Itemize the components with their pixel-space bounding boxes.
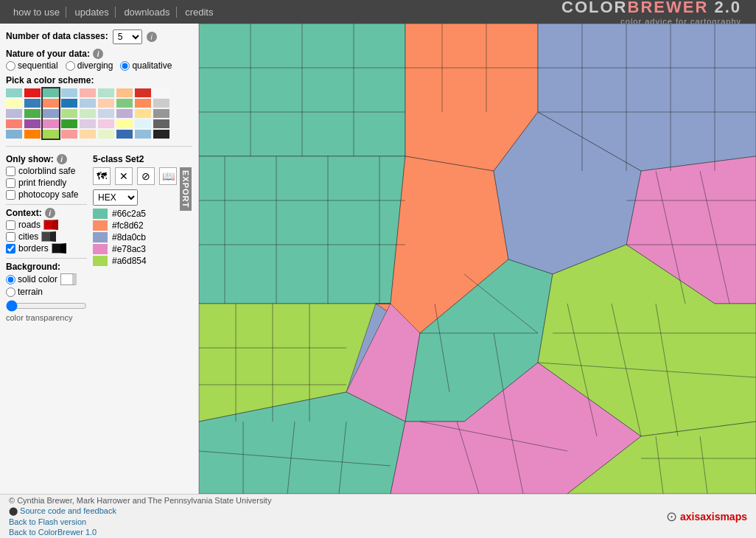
swatch-column-1[interactable] [24,88,41,139]
bg-color-swatch[interactable] [60,273,77,285]
roads-color[interactable] [43,220,58,230]
nav-how-to-use[interactable]: how to use [7,7,66,18]
bottom-left: Only show: i colorblind safe print frien… [6,154,192,322]
only-show-panel: Only show: i colorblind safe print frien… [6,154,87,322]
swatch-cell [24,130,41,139]
sequential-radio[interactable] [6,61,15,71]
nav-updates[interactable]: updates [69,7,116,18]
swatch-cell [116,119,133,128]
color-swatch [93,209,108,219]
swatch-cell [135,88,151,97]
qualitative-radio[interactable] [120,61,130,71]
print-friendly-label: print friendly [18,178,66,188]
transparency-label: color transparency [6,313,87,322]
data-nature-options: sequential diverging qualitative [6,60,192,71]
photocopy-safe-check[interactable] [6,190,15,200]
borders-check[interactable] [6,244,15,254]
color-swatch [93,256,108,266]
qualitative-option[interactable]: qualitative [120,60,172,71]
icon-buttons: 🗺 ✕ ⊘ 📖 [93,167,177,185]
copyright-text: © Cynthia Brewer, Mark Harrower and The … [9,496,271,505]
colorblind-safe-option[interactable]: colorblind safe [6,166,87,176]
swatch-column-2[interactable] [43,88,59,139]
num-classes-select[interactable]: 3 4 5 6 7 8 9 10 11 12 [113,29,142,44]
print-friendly-option[interactable]: print friendly [6,178,87,188]
axismaps-icon: ⊙ [666,509,677,525]
diverging-option[interactable]: diverging [66,60,113,71]
only-show-info[interactable]: i [57,154,67,164]
swatch-cell [153,109,169,118]
photocopy-safe-label: photocopy safe [18,189,78,200]
left-panel: Number of data classes: 3 4 5 6 7 8 9 10… [0,24,199,494]
color-scheme-label: Pick a color scheme: [6,75,192,85]
eye-icon-btn[interactable]: ✕ [115,167,133,185]
color-hex: #e78ac3 [112,244,146,254]
transparency-slider: color transparency [6,300,87,322]
swatch-cell [98,130,114,139]
terrain-radio[interactable] [6,287,15,297]
swatch-cell [135,119,151,128]
swatch-column-0[interactable] [6,88,22,139]
print-friendly-check[interactable] [6,178,15,188]
map-icon-btn[interactable]: 🗺 [93,167,111,185]
sequential-label: sequential [18,60,58,71]
swatch-column-8[interactable] [153,88,169,139]
swatch-cell [116,130,133,139]
swatch-cell [80,88,96,97]
sequential-option[interactable]: sequential [6,60,58,71]
swatch-cell [135,99,151,108]
print-icon-btn[interactable]: ⊘ [137,167,155,185]
cities-color[interactable] [41,231,56,242]
export-button[interactable]: EXPORT [180,167,192,211]
roads-label: roads [18,220,41,230]
solid-color-radio[interactable] [6,275,15,284]
solid-color-option[interactable]: solid color [6,274,57,284]
map-svg [199,24,756,494]
num-classes-info[interactable]: i [147,32,157,42]
colorbrewer1-link[interactable]: Back to ColorBrewer 1.0 [9,528,271,537]
color-entry: #e78ac3 [93,244,177,254]
footer-left: © Cynthia Brewer, Mark Harrower and The … [9,496,271,537]
icon-row: 🗺 ✕ ⊘ 📖 HEX RGB CMYK #66c2a5#fc8d62 [93,167,177,268]
github-icon: ⬤ [9,506,18,515]
borders-color[interactable] [52,243,66,254]
background-label: Background: [6,262,87,272]
swatch-column-3[interactable] [61,88,77,139]
photocopy-safe-option[interactable]: photocopy safe [6,189,87,200]
flash-link[interactable]: Back to Flash version [9,517,271,526]
num-classes-label: Number of data classes: [6,31,108,41]
context-info[interactable]: i [45,208,55,218]
footer-links: ⬤ Source code and feedback [9,506,271,516]
footer-right: ⊙ axisaxismaps [666,509,747,525]
swatch-cell [24,99,41,108]
diverging-radio[interactable] [66,61,75,71]
only-show-label: Only show: i [6,154,87,164]
swatch-cell [43,99,59,108]
swatch-column-6[interactable] [116,88,133,139]
book-icon-btn[interactable]: 📖 [159,167,177,185]
swatch-cell [135,109,151,118]
background-panel: Background: solid color terrain [6,262,87,322]
color-hex: #fc8d62 [112,220,144,231]
swatch-column-4[interactable] [80,88,96,139]
swatch-column-5[interactable] [98,88,114,139]
swatch-column-7[interactable] [135,88,151,139]
terrain-label: terrain [18,287,43,297]
nav-credits[interactable]: credits [179,7,219,18]
bg-options: solid color terrain [6,273,87,297]
swatch-cell [135,130,151,139]
main-layout: Number of data classes: 3 4 5 6 7 8 9 10… [0,24,756,494]
source-code-link[interactable]: Source code and feedback [20,506,116,515]
nav-downloads[interactable]: downloads [118,7,176,18]
terrain-option[interactable]: terrain [6,287,87,297]
format-select[interactable]: HEX RGB CMYK [93,189,138,206]
nature-section: Nature of your data: i sequential diverg… [6,49,192,71]
qualitative-label: qualitative [132,60,172,71]
nature-info[interactable]: i [93,49,103,59]
colorblind-safe-check[interactable] [6,167,15,176]
footer: © Cynthia Brewer, Mark Harrower and The … [0,494,756,538]
roads-check[interactable] [6,220,15,230]
cities-check[interactable] [6,232,15,242]
transparency-range[interactable] [6,300,87,312]
solid-color-label: solid color [18,274,57,284]
